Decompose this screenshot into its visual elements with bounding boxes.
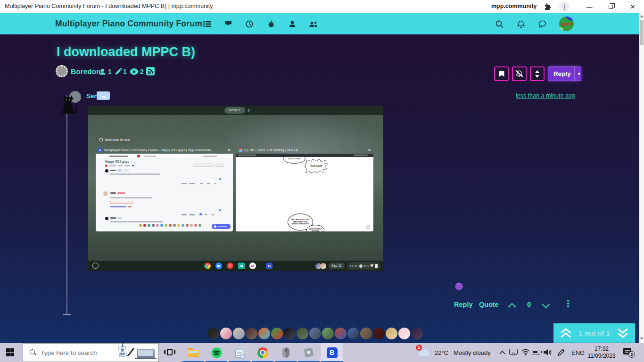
taskbar-file-explorer[interactable]: [182, 343, 205, 362]
post-image-chromeos-screenshot[interactable]: Desk 1 + Save desk for later B Multiplay…: [88, 106, 383, 271]
participant-avatar[interactable]: [220, 328, 232, 339]
participant-avatar[interactable]: [322, 328, 334, 339]
ss-shelf-status: Sep 11 12:31 US: [315, 262, 380, 270]
participant-avatar[interactable]: [309, 328, 321, 339]
tray-overflow-chevron[interactable]: [499, 350, 506, 355]
user-icon[interactable]: [288, 19, 297, 29]
topic-jump-button[interactable]: [530, 66, 545, 81]
taskbar-roblox[interactable]: [297, 343, 320, 362]
battery-icon[interactable]: [532, 350, 540, 354]
views-count: 2: [140, 68, 144, 75]
participants-row: [207, 328, 423, 339]
pen-icon[interactable]: [557, 349, 565, 356]
extension-puzzle-icon[interactable]: [544, 3, 552, 10]
bookmark-topic-button[interactable]: [494, 66, 509, 81]
language-indicator[interactable]: ENG: [571, 349, 585, 356]
notifications-muted-button[interactable]: [512, 66, 527, 81]
scroll-up-arrow[interactable]: [640, 15, 644, 17]
author-cloud-badge[interactable]: ☁: [97, 91, 110, 100]
participant-avatar[interactable]: [360, 328, 372, 339]
jump-top-chevrons[interactable]: [559, 328, 572, 338]
ss-window2-title: Ep. 55 - I Was Just Kidding | Viral Hit: [244, 148, 366, 152]
category-link[interactable]: Boredom: [71, 67, 103, 76]
wifi-icon[interactable]: [521, 349, 530, 355]
post-reply-link[interactable]: Reply: [454, 301, 473, 308]
topics-list-icon[interactable]: [202, 19, 212, 29]
recent-clock-icon[interactable]: [245, 19, 254, 29]
taskbar-clock[interactable]: 17:32 11/09/2023: [584, 346, 619, 360]
restore-button[interactable]: [601, 0, 620, 13]
topic-page: I downloaded MPPC B) Boredom 1 1 2 Reply…: [0, 34, 644, 343]
post-author-avatar[interactable]: [59, 92, 80, 115]
ss-window2-close-icon: ✕: [368, 148, 371, 152]
topic-reply-button[interactable]: Reply ▾: [548, 66, 581, 81]
participant-avatar[interactable]: [386, 328, 397, 339]
notification-center-button[interactable]: 2: [623, 347, 637, 359]
volume-icon[interactable]: [543, 348, 552, 356]
hot-flame-icon[interactable]: [266, 19, 276, 29]
taskbar-forum-app-active[interactable]: B: [321, 343, 343, 362]
upvote-chevron[interactable]: [507, 302, 517, 308]
ss-date-pill: Sep 11: [329, 263, 345, 269]
ss-window1-title: Multiplayer Piano Community Forum - Happ…: [104, 148, 225, 152]
taskbar-weather-widget[interactable]: 1 22°C Mostly cloudy: [415, 343, 498, 362]
ss-status-tray: 12:31 US: [347, 262, 380, 270]
spotify-icon: [211, 347, 222, 358]
participant-avatar[interactable]: [411, 328, 423, 339]
category-logo[interactable]: [56, 65, 68, 77]
participant-avatar[interactable]: [271, 328, 283, 339]
notification-count-badge: 2: [628, 351, 635, 358]
participants-count: 1: [108, 68, 112, 75]
post-quote-link[interactable]: Quote: [479, 301, 499, 308]
participant-avatar[interactable]: [258, 328, 270, 339]
post-menu-kebab[interactable]: [567, 300, 569, 307]
page-scrollbar[interactable]: [639, 13, 644, 343]
taskbar-notepad[interactable]: [228, 343, 251, 362]
start-button[interactable]: [6, 348, 14, 356]
scroll-down-arrow[interactable]: [640, 337, 644, 340]
comic-bubble-2: AAAARGH!: [305, 159, 328, 173]
meet-now-icon[interactable]: [509, 349, 518, 355]
participant-avatar[interactable]: [335, 328, 347, 339]
search-icon[interactable]: [495, 19, 504, 29]
taskbar-mouse-app[interactable]: [274, 343, 297, 362]
post-timeline[interactable]: [66, 95, 67, 314]
browser-menu-icon[interactable]: ⋮: [559, 1, 570, 12]
close-button[interactable]: ✕: [623, 0, 642, 13]
ss-shelf-apps: M B: [204, 263, 272, 269]
downvote-chevron[interactable]: [541, 303, 551, 309]
participant-avatar[interactable]: [207, 328, 219, 339]
users-group-icon[interactable]: [309, 19, 318, 29]
current-user-avatar[interactable]: Serco: [559, 16, 574, 31]
participant-avatar[interactable]: [347, 328, 359, 339]
notifications-bell-icon[interactable]: [516, 19, 526, 29]
participant-avatar[interactable]: [398, 328, 410, 339]
forum-brand[interactable]: Multiplayer Piano Community Forum: [55, 19, 202, 29]
taskbar-spotify[interactable]: [205, 343, 228, 362]
participant-avatar[interactable]: [284, 328, 296, 339]
taskbar-chrome[interactable]: [251, 343, 274, 362]
participant-avatar[interactable]: [297, 328, 308, 339]
reply-caret-icon[interactable]: ▾: [574, 66, 580, 81]
ss-shelf: M B Sep 11 12:31 US: [88, 261, 383, 271]
inbox-icon[interactable]: [223, 19, 233, 29]
search-highlight-image[interactable]: [116, 343, 158, 362]
weather-temp: 22°C: [435, 349, 448, 356]
ss-window1-preview: Happy 9/11 guys: [96, 154, 233, 231]
chat-icon[interactable]: [537, 19, 547, 29]
comic-scroll-widget: [366, 225, 370, 229]
participant-avatar[interactable]: [373, 328, 385, 339]
comic-bubble-1: YOU DO ONE.: [283, 157, 305, 164]
rss-feed-icon[interactable]: [146, 67, 155, 75]
scrollbar-thumb[interactable]: [640, 20, 644, 45]
post-timestamp-link[interactable]: less than a minute ago: [516, 92, 571, 99]
jump-bottom-chevrons[interactable]: [616, 328, 629, 338]
search-input[interactable]: [41, 349, 116, 356]
reaction-smiley[interactable]: [455, 282, 463, 290]
participant-avatar[interactable]: [246, 328, 257, 339]
participant-avatar[interactable]: [233, 328, 245, 339]
window-title: Multiplayer Piano Community Forum - I do…: [5, 3, 213, 9]
taskbar-search[interactable]: [23, 343, 159, 362]
minimize-button[interactable]: —: [580, 0, 599, 13]
task-view-button[interactable]: [164, 348, 175, 357]
